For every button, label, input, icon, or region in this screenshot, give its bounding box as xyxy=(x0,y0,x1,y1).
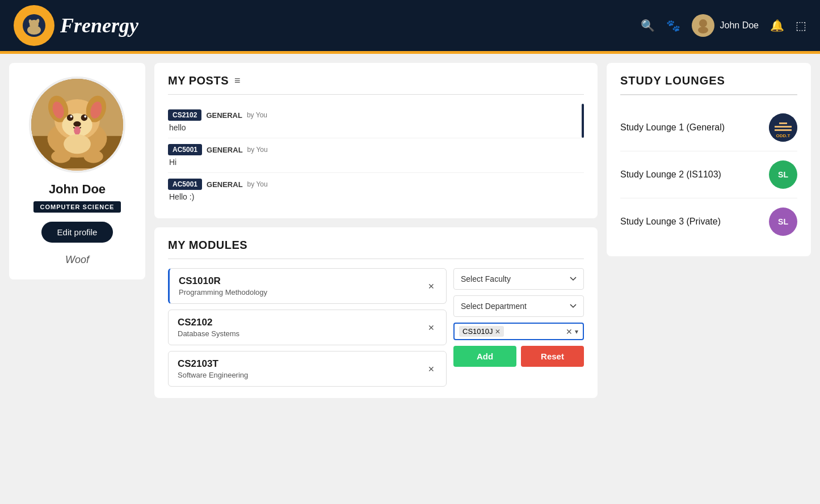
svg-rect-28 xyxy=(775,126,792,128)
brand-title: Frenergy xyxy=(60,14,138,37)
brand-logo xyxy=(14,5,54,46)
post-header: AC5001 GENERAL by You xyxy=(168,179,584,190)
posts-panel: MY POSTS ≡ CS2102 GENERAL by You hello A… xyxy=(154,63,598,218)
module-info: CS1010R Programming Methodology xyxy=(179,276,426,297)
brand-logo-inner xyxy=(17,9,51,43)
center-content: MY POSTS ≡ CS2102 GENERAL by You hello A… xyxy=(154,63,598,498)
post-item: CS2102 GENERAL by You hello xyxy=(168,104,584,138)
module-remove-button[interactable]: ✕ xyxy=(426,279,437,293)
faculty-select[interactable]: Select Faculty xyxy=(453,268,584,290)
module-card: CS2103T Software Engineering ✕ xyxy=(168,351,447,387)
department-select[interactable]: Select Department xyxy=(453,295,584,317)
post-category: GENERAL xyxy=(206,111,242,120)
lounge-item[interactable]: Study Lounge 1 (General) ODD.T xyxy=(620,104,797,151)
profile-badge: COMPUTER SCIENCE xyxy=(33,201,121,213)
profile-avatar-img xyxy=(31,79,123,171)
user-profile-button[interactable]: John Doe xyxy=(692,14,759,37)
post-header: AC5001 GENERAL by You xyxy=(168,144,584,155)
reset-module-button[interactable]: Reset xyxy=(521,346,584,367)
lounge-avatar: ODD.T xyxy=(769,113,797,142)
svg-point-25 xyxy=(83,150,103,163)
lounge-item[interactable]: Study Lounge 2 (IS1103) SL xyxy=(620,151,797,198)
friends-icon[interactable]: 🐾 xyxy=(666,19,680,32)
module-code: CS2102 xyxy=(178,317,426,328)
scroll-indicator xyxy=(582,104,584,138)
post-module-badge: CS2102 xyxy=(168,109,201,121)
right-sidebar: STUDY LOUNGES Study Lounge 1 (General) O… xyxy=(607,63,811,256)
module-remove-button[interactable]: ✕ xyxy=(426,362,437,376)
lounge-name: Study Lounge 3 (Private) xyxy=(620,217,721,227)
left-sidebar: John Doe COMPUTER SCIENCE Edit profile W… xyxy=(9,63,145,279)
module-name: Software Engineering xyxy=(178,371,426,379)
post-text: Hello :) xyxy=(168,192,584,201)
module-list: CS1010R Programming Methodology ✕ CS2102… xyxy=(168,268,447,387)
profile-name: John Doe xyxy=(49,182,106,197)
post-text: hello xyxy=(168,123,584,132)
post-item: AC5001 GENERAL by You Hello :) xyxy=(168,173,584,207)
modules-title: MY MODULES xyxy=(168,239,247,252)
lounge-avatar: SL xyxy=(769,207,797,236)
post-category: GENERAL xyxy=(207,180,243,189)
svg-point-18 xyxy=(67,115,73,121)
post-header: CS2102 GENERAL by You xyxy=(168,109,584,121)
study-lounges-title: STUDY LOUNGES xyxy=(620,74,797,95)
add-module-button[interactable]: Add xyxy=(453,346,516,367)
module-info: CS2102 Database Systems xyxy=(178,317,426,338)
svg-point-20 xyxy=(70,116,73,118)
module-search-input[interactable] xyxy=(506,327,564,336)
module-tag-text: CS1010J xyxy=(462,327,493,336)
edit-profile-button[interactable]: Edit profile xyxy=(41,222,113,243)
svg-point-8 xyxy=(699,19,707,27)
notification-icon[interactable]: 🔔 xyxy=(770,19,784,32)
post-item: AC5001 GENERAL by You Hi xyxy=(168,138,584,173)
module-action-buttons: Add Reset xyxy=(453,346,584,367)
module-code: CS2103T xyxy=(178,358,426,370)
module-search-tag: CS1010J ✕ xyxy=(459,326,504,337)
svg-point-19 xyxy=(81,115,87,121)
module-info: CS2103T Software Engineering xyxy=(178,358,426,379)
modules-panel-header: MY MODULES xyxy=(168,239,584,259)
svg-point-23 xyxy=(74,126,80,135)
search-clear-button[interactable]: ✕ xyxy=(566,327,573,336)
module-name: Programming Methodology xyxy=(179,288,426,297)
svg-point-21 xyxy=(84,116,86,118)
lounge-name: Study Lounge 2 (IS1103) xyxy=(620,170,721,180)
search-dropdown-arrow[interactable]: ▾ xyxy=(575,328,578,336)
svg-point-22 xyxy=(73,121,81,127)
post-by: by You xyxy=(247,180,268,188)
logout-icon[interactable]: ⬚ xyxy=(796,19,806,32)
module-card: CS1010R Programming Methodology ✕ xyxy=(168,268,447,304)
post-category: GENERAL xyxy=(207,146,243,154)
profile-avatar xyxy=(29,77,125,173)
svg-rect-30 xyxy=(779,122,787,124)
navbar: Frenergy 🔍 🐾 John Doe 🔔 ⬚ xyxy=(0,0,820,51)
post-module-badge: AC5001 xyxy=(168,179,202,190)
svg-point-26 xyxy=(64,134,91,154)
search-icon[interactable]: 🔍 xyxy=(641,19,655,32)
lounge-avatar-text: SL xyxy=(778,170,788,179)
profile-bio: Woof xyxy=(65,254,89,266)
user-name: John Doe xyxy=(720,20,759,31)
post-by: by You xyxy=(247,111,267,119)
svg-text:ODD.T: ODD.T xyxy=(776,133,790,138)
module-remove-button[interactable]: ✕ xyxy=(426,321,437,334)
modules-grid: CS1010R Programming Methodology ✕ CS2102… xyxy=(168,268,584,387)
post-module-badge: AC5001 xyxy=(168,144,202,155)
post-text: Hi xyxy=(168,158,584,167)
lounge-name: Study Lounge 1 (General) xyxy=(620,122,725,133)
lounge-item[interactable]: Study Lounge 3 (Private) SL xyxy=(620,198,797,245)
posts-title: MY POSTS xyxy=(168,74,229,87)
tag-remove-button[interactable]: ✕ xyxy=(495,328,501,336)
avatar xyxy=(692,14,714,37)
main-layout: John Doe COMPUTER SCIENCE Edit profile W… xyxy=(0,54,820,504)
module-search-box: CS1010J ✕ ✕ ▾ xyxy=(453,323,584,340)
module-add-panel: Select Faculty Select Department CS1010J… xyxy=(453,268,584,367)
lounge-avatar-text: SL xyxy=(778,217,788,226)
filter-icon[interactable]: ≡ xyxy=(234,75,241,87)
svg-rect-29 xyxy=(775,129,792,131)
posts-panel-header: MY POSTS ≡ xyxy=(168,74,584,95)
posts-scroll-area: CS2102 GENERAL by You hello AC5001 GENER… xyxy=(168,104,584,207)
svg-point-7 xyxy=(698,27,708,33)
module-name: Database Systems xyxy=(178,329,426,338)
svg-point-24 xyxy=(51,150,70,163)
